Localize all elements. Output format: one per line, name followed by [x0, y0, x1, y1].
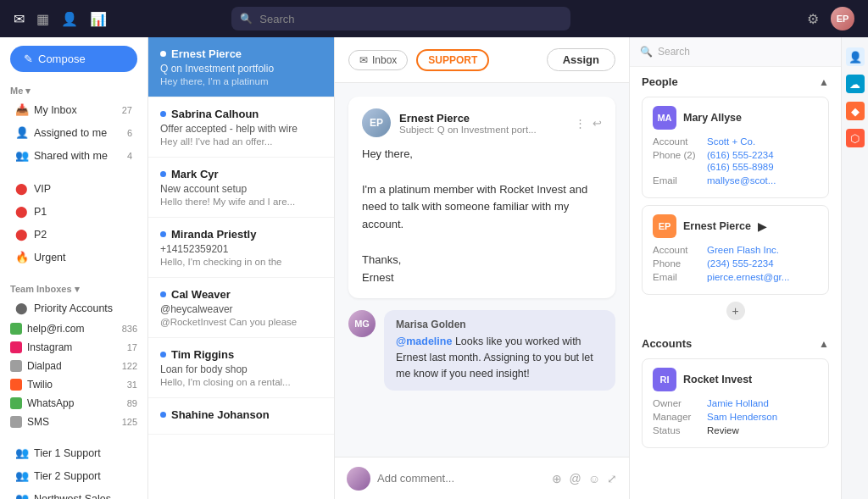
person-header-ernest: EP Ernest Pierce ▶	[653, 214, 818, 238]
ernest-account-val: Green Flash Inc.	[707, 245, 779, 255]
cloud-icon[interactable]: ☁	[846, 75, 865, 93]
conv-dot-cal	[160, 291, 166, 297]
right-search-bar[interactable]: 🔍	[630, 37, 841, 67]
chart-icon[interactable]: 📊	[90, 11, 107, 27]
accounts-section-title: Accounts	[642, 337, 692, 350]
p1-icon: ⬤	[15, 205, 29, 218]
expand-icon[interactable]: ⤢	[607, 472, 617, 485]
mail-icon[interactable]: ✉	[14, 11, 25, 27]
mary-email-row: Email mallyse@scot...	[653, 175, 818, 186]
compose-button[interactable]: ✎ Compose	[10, 46, 137, 72]
diamond-icon[interactable]: ◆	[846, 102, 865, 120]
sidebar-tier1[interactable]: 👥 Tier 1 Support	[5, 442, 142, 463]
people-section: People ▲ MA Mary Allyse Account Scott + …	[630, 67, 841, 329]
person-card-ernest: EP Ernest Pierce ▶ Account Green Flash I…	[642, 205, 829, 295]
conv-subject-mark: New account setup	[160, 183, 322, 195]
conv-item-shahine[interactable]: Shahine Johanson	[148, 398, 334, 435]
ernest-name: Ernest Pierce	[683, 220, 751, 232]
conv-item-ernest-active[interactable]: Ernest Pierce Q on Investment portfolio …	[148, 37, 334, 97]
avatar[interactable]: EP	[831, 7, 854, 30]
conversation-list: Ernest Pierce Q on Investment portfolio …	[148, 37, 335, 499]
conv-header-miranda: Miranda Priestly	[160, 228, 322, 241]
conv-preview-sabrina: Hey all! I've had an offer...	[160, 136, 322, 147]
twilio-count: 31	[127, 380, 137, 390]
sticker-icon[interactable]: ☺	[588, 472, 600, 485]
conv-header-shahine: Shahine Johanson	[160, 408, 322, 421]
sidebar-item-my-inbox[interactable]: 📥 My Inbox 27	[5, 99, 142, 120]
reply-sender-avatar: MG	[348, 310, 376, 337]
conv-item-tim[interactable]: Tim Riggins Loan for body shop Hello, I'…	[148, 338, 334, 398]
conv-preview-miranda: Hello, I'm checking in on the	[160, 257, 322, 267]
add-person-button[interactable]: +	[726, 302, 745, 320]
ernest-account-row: Account Green Flash Inc.	[653, 245, 818, 255]
sidebar-inbox-sms[interactable]: SMS 125	[0, 413, 147, 431]
message-subject: Subject: Q on Investment port...	[399, 125, 566, 135]
conv-header-cal: Cal Weaver	[160, 288, 322, 301]
conversation-main: ✉ Inbox SUPPORT Assign EP Ernest Pierce …	[335, 37, 629, 499]
mention-tag: @madeline	[396, 335, 452, 347]
instagram-icon	[10, 341, 22, 353]
conv-header-tim: Tim Riggins	[160, 348, 322, 361]
top-search-input[interactable]	[259, 13, 562, 25]
ernest-phone-val: (234) 555-2234	[707, 258, 774, 269]
user-icon[interactable]: 👤	[61, 11, 78, 27]
conv-name-sabrina: Sabrina Calhoun	[171, 108, 259, 120]
people-collapse-icon[interactable]: ▲	[819, 76, 829, 88]
conv-name-mark: Mark Cyr	[171, 168, 219, 180]
reply-icon[interactable]: ↩	[593, 117, 602, 130]
sidebar-inbox-instagram[interactable]: Instagram 17	[0, 338, 147, 357]
message-body-line1: Hey there,	[362, 146, 602, 164]
sidebar-item-p1[interactable]: ⬤ P1	[5, 201, 142, 222]
mary-account-key: Account	[653, 136, 702, 147]
hubspot-icon[interactable]: ⬡	[846, 129, 865, 147]
sidebar-inbox-whatsapp[interactable]: WhatsApp 89	[0, 394, 147, 413]
mary-phone-val: (616) 555-2234 (616) 555-8989	[707, 150, 774, 172]
comment-input[interactable]	[377, 472, 545, 485]
support-badge[interactable]: SUPPORT	[416, 49, 489, 71]
sidebar-inbox-twilio[interactable]: Twilio 31	[0, 375, 147, 394]
more-options-icon[interactable]: ⋮	[575, 117, 586, 130]
my-inbox-label: My Inbox	[34, 104, 117, 116]
contacts-icon[interactable]: 👤	[846, 47, 865, 66]
grid-icon[interactable]: ▦	[36, 11, 49, 27]
rocket-owner-key: Owner	[653, 398, 702, 408]
sidebar-northwest[interactable]: 👥 Northwest Sales	[5, 488, 142, 499]
at-icon[interactable]: @	[569, 472, 581, 485]
conv-item-miranda[interactable]: Miranda Priestly +14152359201 Hello, I'm…	[148, 218, 334, 278]
top-search-bar[interactable]: 🔍	[231, 7, 570, 30]
rocket-name: Rocket Invest	[683, 374, 752, 385]
message-info: Ernest Pierce Subject: Q on Investment p…	[399, 112, 566, 135]
my-inbox-count: 27	[122, 105, 132, 115]
rocket-status-row: Status Review	[653, 425, 818, 435]
conv-item-mark[interactable]: Mark Cyr New account setup Hello there! …	[148, 158, 334, 218]
conv-item-cal[interactable]: Cal Weaver @heycalweaver @RocketInvest C…	[148, 278, 334, 338]
priority-label: Priority Accounts	[34, 302, 132, 314]
conv-preview-mark: Hello there! My wife and I are...	[160, 197, 322, 207]
accounts-collapse-icon[interactable]: ▲	[819, 338, 829, 350]
sidebar-tier2[interactable]: 👥 Tier 2 Support	[5, 465, 142, 486]
sidebar-item-vip[interactable]: ⬤ VIP	[5, 178, 142, 199]
mary-phone-key: Phone (2)	[653, 150, 702, 172]
conv-header-mark: Mark Cyr	[160, 168, 322, 180]
shared-label: Shared with me	[34, 150, 122, 162]
sidebar-inbox-help[interactable]: help@ri.com 836	[0, 319, 147, 338]
settings-icon[interactable]: ⚙	[807, 11, 819, 27]
conv-item-sabrina[interactable]: Sabrina Calhoun Offer accepted - help wi…	[148, 97, 334, 158]
sidebar-item-shared[interactable]: 👥 Shared with me 4	[5, 145, 142, 166]
dialpad-count: 122	[122, 361, 137, 371]
emoji-icon[interactable]: ⊕	[552, 472, 562, 485]
sidebar-item-p2[interactable]: ⬤ P2	[5, 224, 142, 245]
right-search-input[interactable]	[658, 46, 831, 58]
sidebar-inbox-dialpad[interactable]: Dialpad 122	[0, 357, 147, 375]
sidebar-priority-accounts[interactable]: ⬤ Priority Accounts	[5, 297, 142, 319]
mary-phone-row: Phone (2) (616) 555-2234 (616) 555-8989	[653, 150, 818, 172]
sidebar-item-assigned[interactable]: 👤 Assigned to me 6	[5, 122, 142, 143]
inbox-badge[interactable]: ✉ Inbox	[348, 50, 408, 70]
conv-subject-miranda: +14152359201	[160, 243, 322, 255]
conv-header-sabrina: Sabrina Calhoun	[160, 108, 322, 120]
rocket-avatar: RI	[653, 368, 676, 391]
top-navigation: ✉ ▦ 👤 📊 🔍 ⚙ EP	[0, 0, 868, 37]
assign-button[interactable]: Assign	[547, 48, 615, 71]
sidebar-item-urgent[interactable]: 🔥 Urgent	[5, 247, 142, 268]
message-header: EP Ernest Pierce Subject: Q on Investmen…	[362, 108, 602, 137]
